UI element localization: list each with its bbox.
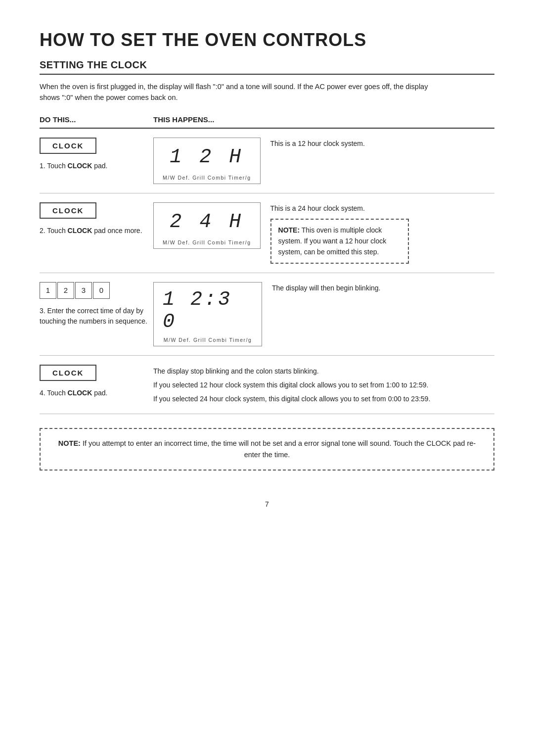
- step-row-3: 1 2 3 0 3. Enter the correct time of day…: [40, 273, 494, 356]
- bottom-note-box: NOTE: If you attempt to enter an incorre…: [40, 428, 494, 471]
- step2-display-screen: 2 4 H: [170, 209, 244, 236]
- step4-desc: 4. Touch CLOCK pad.: [40, 388, 107, 398]
- step1-desc-prefix: 1. Touch: [40, 162, 68, 170]
- step2-side-note: This is a 24 hour clock system.: [270, 202, 409, 214]
- num-btn-0[interactable]: 0: [93, 282, 110, 299]
- step2-do-col: CLOCK 2. Touch CLOCK pad once more.: [40, 202, 148, 236]
- step-row-4: CLOCK 4. Touch CLOCK pad. The display st…: [40, 356, 494, 414]
- step2-desc: 2. Touch CLOCK pad once more.: [40, 226, 142, 236]
- col-happens-header: THIS HAPPENS...: [153, 115, 494, 124]
- step-row-1: CLOCK 1. Touch CLOCK pad. 1 2 H M/W Def.…: [40, 129, 494, 193]
- page-title: HOW TO SET THE OVEN CONTROLS: [40, 30, 494, 50]
- step4-do-col: CLOCK 4. Touch CLOCK pad.: [40, 365, 148, 398]
- step2-note-bold: NOTE:: [278, 226, 300, 234]
- step-row-2: CLOCK 2. Touch CLOCK pad once more. 2 4 …: [40, 193, 494, 273]
- step3-display-labels: M/W Def. Grill Combi Timer/g: [164, 337, 252, 343]
- step4-desc-suffix: pad.: [92, 389, 107, 397]
- clock-button-4[interactable]: CLOCK: [40, 365, 96, 381]
- column-headers: DO THIS... THIS HAPPENS...: [40, 115, 494, 129]
- step2-desc-prefix: 2. Touch: [40, 227, 68, 235]
- step4-note-line3: If you selected 24 hour clock system, th…: [153, 393, 494, 404]
- step3-display-screen: 1 2:3 0: [163, 288, 253, 333]
- step4-desc-bold: CLOCK: [68, 389, 92, 397]
- col-do-header: DO THIS...: [40, 115, 148, 124]
- step4-note-line2: If you selected 12 hour clock system thi…: [153, 379, 494, 390]
- step2-dashed-note: NOTE: This oven is multiple clock system…: [270, 219, 409, 264]
- step4-note: The display stop blinking and the colon …: [153, 365, 494, 405]
- step1-happens-col: 1 2 H M/W Def. Grill Combi Timer/g This …: [153, 138, 494, 184]
- bottom-note-bold: NOTE:: [58, 439, 81, 447]
- clock-button-2[interactable]: CLOCK: [40, 202, 96, 219]
- step2-desc-suffix: pad once more.: [92, 227, 142, 235]
- step2-side-notes: This is a 24 hour clock system. NOTE: Th…: [270, 202, 409, 264]
- step1-desc: 1. Touch CLOCK pad.: [40, 161, 107, 171]
- clock-button-1[interactable]: CLOCK: [40, 138, 96, 154]
- step1-do-col: CLOCK 1. Touch CLOCK pad.: [40, 138, 148, 171]
- step3-happens-col: 1 2:3 0 M/W Def. Grill Combi Timer/g The…: [153, 282, 494, 346]
- step3-desc: 3. Enter the correct time of day by touc…: [40, 306, 148, 327]
- step1-side-note: This is a 12 hour clock system.: [270, 138, 494, 149]
- bottom-note-text: If you attempt to enter an incorrect tim…: [81, 439, 476, 459]
- step3-num-btns: 1 2 3 0: [40, 282, 110, 299]
- page-number: 7: [40, 500, 494, 508]
- step1-display-screen: 1 2 H: [170, 144, 244, 171]
- step4-note-line1: The display stop blinking and the colon …: [153, 366, 494, 377]
- step3-desc-text: 3. Enter the correct time of day by touc…: [40, 307, 147, 325]
- step1-display-labels: M/W Def. Grill Combi Timer/g: [163, 175, 251, 181]
- step2-happens-col: 2 4 H M/W Def. Grill Combi Timer/g This …: [153, 202, 494, 264]
- section-title: SETTING THE CLOCK: [40, 59, 494, 75]
- step2-desc-bold: CLOCK: [68, 227, 92, 235]
- step1-desc-bold: CLOCK: [68, 162, 92, 170]
- num-btn-1[interactable]: 1: [40, 282, 56, 299]
- step1-desc-suffix: pad.: [92, 162, 107, 170]
- step3-do-col: 1 2 3 0 3. Enter the correct time of day…: [40, 282, 148, 327]
- step3-display-box: 1 2:3 0 M/W Def. Grill Combi Timer/g: [153, 282, 262, 346]
- num-btn-2[interactable]: 2: [57, 282, 74, 299]
- intro-text: When the oven is first plugged in, the d…: [40, 82, 445, 103]
- step4-happens-col: The display stop blinking and the colon …: [153, 365, 494, 405]
- step3-side-note: The display will then begin blinking.: [272, 282, 494, 293]
- step2-display-box: 2 4 H M/W Def. Grill Combi Timer/g: [153, 202, 261, 249]
- step1-display-box: 1 2 H M/W Def. Grill Combi Timer/g: [153, 138, 261, 184]
- num-btn-3[interactable]: 3: [75, 282, 92, 299]
- step4-desc-prefix: 4. Touch: [40, 389, 68, 397]
- step2-display-labels: M/W Def. Grill Combi Timer/g: [163, 239, 251, 245]
